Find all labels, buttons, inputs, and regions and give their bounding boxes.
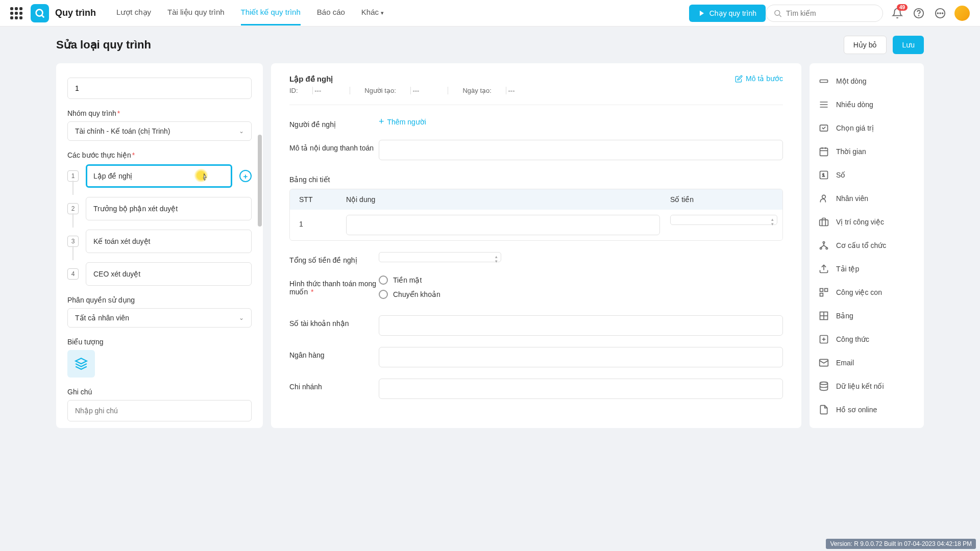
svg-text:1: 1 [822, 172, 825, 178]
step-item-1[interactable]: Lập đề nghị [86, 164, 232, 188]
help-icon [913, 8, 924, 19]
svg-line-4 [779, 15, 781, 17]
col-header-content: Nội dung [341, 195, 665, 204]
svg-rect-17 [820, 148, 828, 156]
help-button[interactable] [912, 6, 926, 20]
spinner-icon: ▴▾ [495, 255, 498, 264]
spinner-icon: ▴▾ [771, 217, 774, 227]
cancel-button[interactable]: Hủy bỏ [844, 36, 887, 54]
table-amount-input[interactable]: ▴▾ [670, 215, 777, 225]
field-type-upload[interactable]: Tải tệp [810, 257, 924, 281]
account-input[interactable] [379, 315, 783, 336]
number-icon: 1 [819, 170, 829, 180]
field-type-connected[interactable]: Dữ liệu kết nối [810, 374, 924, 398]
note-input[interactable] [67, 400, 252, 421]
describe-step-link[interactable]: Mô tả bước [735, 74, 783, 83]
group-label: Nhóm quy trình* [67, 109, 252, 117]
field-type-org[interactable]: Cơ cấu tổ chức [810, 234, 924, 257]
field-label-branch: Chi nhánh [289, 379, 379, 391]
field-type-formula[interactable]: Công thức [810, 328, 924, 351]
step-number: 3 [67, 236, 79, 247]
notification-button[interactable]: 49 [890, 6, 904, 20]
radio-transfer[interactable]: Chuyển khoản [379, 290, 783, 299]
tab-tai-lieu[interactable]: Tài liệu quy trình [167, 1, 225, 26]
scrollbar[interactable] [258, 135, 262, 227]
svg-marker-2 [700, 10, 704, 16]
tab-luot-chay[interactable]: Lượt chạy [116, 1, 151, 26]
step-number: 2 [67, 203, 79, 214]
field-type-select[interactable]: Chọn giá trị [810, 116, 924, 140]
tab-khac[interactable]: Khác▾ [361, 1, 384, 26]
field-type-employee[interactable]: Nhân viên [810, 187, 924, 210]
org-icon [819, 240, 829, 251]
step-item-4[interactable]: CEO xét duyệt [86, 262, 252, 286]
single-line-icon [819, 76, 829, 86]
steps-list: 1 Lập đề nghị + 2 Trưởng bộ phận xét duy… [67, 164, 252, 286]
field-type-time[interactable]: Thời gian [810, 140, 924, 163]
field-label-payment: Hình thức thanh toán mong muốn * [289, 276, 379, 296]
icon-picker[interactable] [67, 350, 95, 378]
chevron-down-icon: ▾ [381, 10, 384, 16]
svg-point-6 [919, 15, 919, 16]
meta-row: ID: --- Người tạo: --- Ngày tạo: --- [289, 87, 783, 105]
step-item-3[interactable]: Kế toán xét duyệt [86, 230, 252, 253]
formula-icon [819, 334, 829, 344]
field-type-multi-line[interactable]: Nhiều dòng [810, 93, 924, 116]
bank-input[interactable] [379, 347, 783, 367]
tab-thiet-ke[interactable]: Thiết kế quy trình [241, 1, 301, 26]
svg-point-26 [820, 247, 822, 249]
nav-tabs: Lượt chạy Tài liệu quy trình Thiết kế qu… [116, 1, 689, 26]
group-select[interactable]: Tài chính - Kế toán (chị Trinh) ⌄ [67, 121, 252, 141]
right-panel: Một dòng Nhiều dòng Chọn giá trị Thời gi… [810, 63, 924, 428]
apps-grid-icon[interactable] [10, 7, 22, 19]
field-type-subtask[interactable]: Công việc con [810, 281, 924, 304]
search-box[interactable] [766, 5, 883, 22]
svg-rect-32 [820, 289, 823, 292]
tab-bao-cao[interactable]: Báo cáo [317, 1, 345, 26]
search-icon [773, 9, 782, 18]
field-type-single-line[interactable]: Một dòng [810, 69, 924, 93]
field-label-requester: Người đề nghị [289, 116, 379, 129]
svg-line-30 [824, 245, 827, 247]
briefcase-icon [819, 217, 829, 227]
add-person-link[interactable]: +Thêm người [379, 116, 783, 127]
field-type-online-record[interactable]: Hồ sơ online [810, 398, 924, 421]
app-logo[interactable] [31, 4, 49, 22]
field-label-total: Tổng số tiền đề nghị [289, 252, 379, 264]
branch-input[interactable] [379, 379, 783, 399]
svg-point-42 [820, 382, 828, 385]
svg-point-3 [775, 10, 780, 15]
table-content-input[interactable] [346, 215, 660, 235]
run-workflow-button[interactable]: Chạy quy trình [689, 5, 766, 22]
field-type-email[interactable]: Email [810, 351, 924, 374]
field-label-desc: Mô tả nội dung thanh toán [289, 140, 379, 152]
field-type-position[interactable]: Vị trí công việc [810, 210, 924, 234]
svg-rect-24 [820, 220, 828, 226]
more-button[interactable] [933, 6, 947, 20]
table-row: 1 ▴▾ [290, 210, 782, 240]
field-label-account: Số tài khoản nhận [289, 315, 379, 328]
svg-point-9 [940, 13, 941, 14]
radio-cash[interactable]: Tiền mặt [379, 276, 783, 285]
svg-line-29 [821, 245, 824, 247]
more-icon [935, 8, 946, 19]
table-icon [819, 311, 829, 321]
col-header-amount: Số tiền [665, 195, 782, 204]
desc-input[interactable] [379, 140, 783, 160]
save-button[interactable]: Lưu [893, 36, 924, 54]
notification-badge: 49 [897, 4, 908, 11]
svg-point-23 [822, 195, 826, 198]
steps-label: Các bước thực hiện* [67, 151, 252, 159]
field-type-table[interactable]: Bảng [810, 304, 924, 328]
add-step-button[interactable]: + [239, 170, 252, 182]
search-input[interactable] [786, 9, 875, 17]
perm-select[interactable]: Tất cả nhân viên ⌄ [67, 308, 252, 328]
number-input[interactable] [67, 78, 252, 99]
total-input[interactable]: ▴▾ [379, 252, 501, 262]
user-avatar[interactable] [954, 6, 970, 21]
field-type-number[interactable]: 1Số [810, 163, 924, 187]
svg-rect-34 [820, 293, 823, 296]
play-icon [698, 10, 705, 17]
svg-line-1 [42, 15, 44, 17]
step-item-2[interactable]: Trưởng bộ phận xét duyệt [86, 197, 252, 220]
